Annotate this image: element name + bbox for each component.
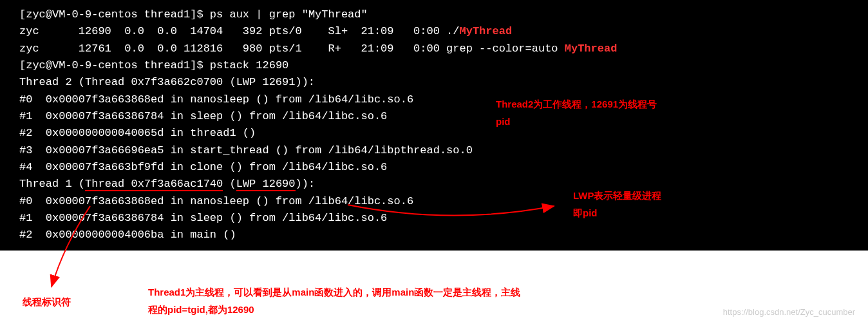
underline-thread-addr: Thread 0x7f3a66ac1740 — [85, 178, 223, 191]
stack-frame: #1 0x00007f3a66386784 in sleep () from /… — [19, 110, 387, 122]
match-hl: MyThread — [460, 25, 513, 37]
command-pstack: pstack 12690 — [210, 59, 288, 71]
thread-header: Thread 2 (Thread 0x7f3a662c0700 (LWP 126… — [19, 76, 315, 88]
watermark: https://blog.csdn.net/Zyc_cucumber — [723, 307, 855, 317]
ps-row-1: zyc 12690 0.0 0.0 14704 392 pts/0 Sl+ 21… — [19, 25, 460, 37]
terminal-output: [zyc@VM-0-9-centos thread1]$ ps aux | gr… — [0, 0, 868, 251]
thread-header: Thread 1 (Thread 0x7f3a66ac1740 (LWP 126… — [19, 178, 315, 191]
stack-frame: #2 0x00000000004006ba in main () — [19, 229, 236, 241]
stack-frame: #0 0x00007f3a663868ed in nanosleep () fr… — [19, 195, 413, 207]
underline-lwp: LWP 12690 — [236, 178, 296, 191]
command-ps: ps aux | grep "MyThread" — [210, 8, 368, 21]
stack-frame: #4 0x00007f3a663bf9fd in clone () from /… — [19, 161, 387, 173]
stack-frame: #1 0x00007f3a66386784 in sleep () from /… — [19, 212, 387, 224]
match-hl: MyThread — [565, 43, 618, 55]
annotation-thread2: Thread2为工作线程，12691为线程号 pid — [496, 95, 657, 130]
prompt: [zyc@VM-0-9-centos thread1]$ — [19, 8, 210, 21]
annotation-thread1: Thread1为主线程，可以看到是从main函数进入的，调用main函数一定是主… — [148, 283, 599, 318]
stack-frame: #3 0x00007f3a66696ea5 in start_thread ()… — [19, 144, 473, 156]
annotation-lwp: LWP表示轻量级进程 即pid — [573, 187, 662, 222]
prompt: [zyc@VM-0-9-centos thread1]$ — [19, 59, 210, 71]
stack-frame: #0 0x00007f3a663868ed in nanosleep () fr… — [19, 93, 413, 106]
annotation-thread-id-label: 线程标识符 — [23, 293, 71, 310]
stack-frame: #2 0x000000000040065d in thread1 () — [19, 127, 256, 139]
ps-row-2: zyc 12761 0.0 0.0 112816 980 pts/1 R+ 21… — [19, 43, 565, 55]
